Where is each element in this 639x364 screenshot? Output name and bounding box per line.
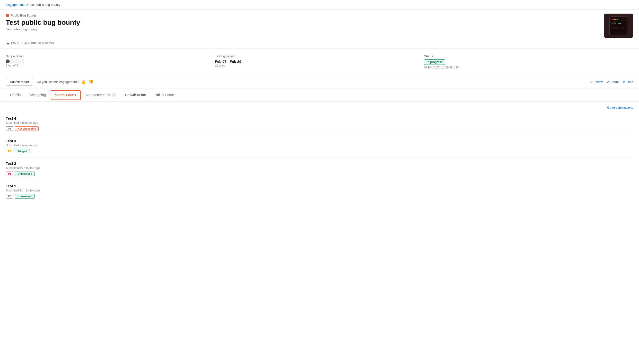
announcements-label: Announcements [86,93,110,97]
tab-hall-of-fame[interactable]: Hall of Fame [150,90,178,101]
cloud-icon: ☁ [6,41,10,46]
breadcrumb-current: Test public bug bounty [29,3,60,6]
testing-period-value: Feb 07 - Feb 29 [215,60,424,64]
code-preview: </> ══ ━━━━━ ━━ ━━━━━━━ ━ [609,16,628,35]
scope-circle-2 [11,60,15,63]
submission-tags: P3 Not applicable [6,126,633,131]
thumbs-up-button[interactable]: 👍 [80,79,86,85]
tab-details[interactable]: Details [6,90,25,101]
tag-separator: • [21,41,22,45]
window-dot-yellow [614,19,616,20]
window-dot-red [612,19,613,20]
actions-row: Submit report Do you like this engagemen… [0,75,639,89]
testing-period-days: 22 days [215,64,424,68]
breadcrumb-separator: > [26,3,28,6]
go-to-submissions: Go to submissions [6,106,633,110]
content-area: Go to submissions Test 4 Submitted 7 min… [0,102,639,206]
cloud-tag: ☁ Cloud [6,41,19,46]
submission-title: Test 4 [6,116,633,120]
scope-rating-label: Scope rating [6,54,215,58]
actions-right: ☆ Follow ⤢ Share ⊘ Hide [589,80,633,84]
share-button[interactable]: ⤢ Share [607,80,619,84]
submission-item[interactable]: Test 2 Submitted 10 minutes ago P1 Unres… [6,158,633,180]
priority-tag: P1 [6,172,13,176]
submission-meta: Submitted 11 minutes ago [6,189,633,192]
code-line-3: ━━━━━━━ ━ [612,29,625,33]
go-to-submissions-link[interactable]: Go to submissions [607,106,633,110]
page-subtitle: Test public bug bounty [6,28,80,31]
window-dot-green [616,19,618,20]
submission-meta: Submitted 8 minutes ago [6,144,633,147]
submission-tags: P3 Unresolved [6,194,633,198]
status-block: Status In progress 07 Feb 2024 10:29:49 … [424,52,633,71]
scope-circles [6,60,215,63]
submission-tags: P2 Triaged [6,149,633,153]
priority-tag: P2 [6,149,13,153]
safe-harbor-tag: ⊕ Partial safe harbor [24,41,54,45]
submission-meta: Submitted 10 minutes ago [6,166,633,170]
status-tag: Triaged [15,149,30,153]
testing-period-label: Testing period [215,54,424,58]
cloud-label: Cloud [11,41,19,45]
submissions-list: Test 4 Submitted 7 minutes ago P3 Not ap… [6,112,633,202]
priority-tag: P3 [6,194,13,198]
program-type-label: Public Bug Bounty [11,14,37,17]
submission-title: Test 2 [6,161,633,166]
submission-title: Test 1 [6,184,633,188]
status-badge: In progress [424,60,445,65]
program-type-dot [6,14,9,17]
scope-circle-3 [16,60,20,63]
submission-item[interactable]: Test 4 Submitted 7 minutes ago P3 Not ap… [6,112,633,135]
submit-report-button[interactable]: Submit report [6,78,33,86]
tab-crowdstream[interactable]: CrowdStream [121,90,150,101]
submission-item[interactable]: Test 3 Submitted 8 minutes ago P2 Triage… [6,135,633,158]
engagement-question: Do you like this engagement? 👍 👎 [37,79,94,85]
scope-text: 1 out of 4 [6,64,215,67]
actions-left: Submit report Do you like this engagemen… [6,78,94,86]
star-icon: ☆ [589,80,592,84]
testing-period-block: Testing period Feb 07 - Feb 29 22 days [215,52,424,71]
status-tag: Unresolved [15,172,35,176]
tab-announcements[interactable]: Announcements 1 [81,90,121,101]
follow-button[interactable]: ☆ Follow [589,80,603,84]
page-wrapper: Engagements > Test public bug bounty Pub… [0,0,639,364]
submission-tags: P1 Unresolved [6,172,633,176]
follow-label: Follow [593,80,603,84]
announcements-badge: 1 [112,93,116,96]
status-label: Status [424,54,633,58]
program-type-badge: Public Bug Bounty [6,14,80,17]
submission-meta: Submitted 7 minutes ago [6,121,633,124]
submission-title: Test 3 [6,139,633,143]
header-left: Public Bug Bounty Test public bug bounty… [6,14,80,31]
hide-button[interactable]: ⊘ Hide [623,80,633,84]
safe-harbor-label: Partial safe harbor [29,41,54,45]
breadcrumb-parent-link[interactable]: Engagements [6,3,25,6]
hide-label: Hide [626,80,633,84]
breadcrumb: Engagements > Test public bug bounty [6,3,633,6]
status-tag: Not applicable [15,126,38,131]
hide-icon: ⊘ [623,80,625,84]
thumbs-down-button[interactable]: 👎 [88,79,94,85]
status-date: 07 Feb 2024 10:29:49 UTC [424,66,633,69]
code-line-1: </> ══ [612,21,625,25]
scope-circle-1 [6,60,10,63]
metrics-row: Scope rating 1 out of 4 Testing period F… [0,48,639,75]
program-image: </> ══ ━━━━━ ━━ ━━━━━━━ ━ [604,14,633,38]
shield-icon: ⊕ [24,41,27,45]
priority-tag: P3 [6,126,13,131]
scope-rating-block: Scope rating 1 out of 4 [6,52,215,71]
scope-circle-4 [21,60,24,63]
top-bar: Engagements > Test public bug bounty [0,0,639,10]
status-tag: Unresolved [15,194,35,198]
share-icon: ⤢ [607,80,609,84]
engagement-question-text: Do you like this engagement? [37,80,79,84]
page-title: Test public bug bounty [6,19,80,26]
tags-row: ☁ Cloud • ⊕ Partial safe harbor [0,38,639,48]
tabs-row: Details Changelog Submissions Announceme… [0,89,639,102]
code-line-2: ━━━━━ ━━ [612,25,625,29]
submission-item[interactable]: Test 1 Submitted 11 minutes ago P3 Unres… [6,180,633,202]
tab-submissions[interactable]: Submissions [51,90,81,100]
tab-changelog[interactable]: Changelog [25,90,50,101]
share-label: Share [610,80,619,84]
header-section: Public Bug Bounty Test public bug bounty… [0,10,639,38]
